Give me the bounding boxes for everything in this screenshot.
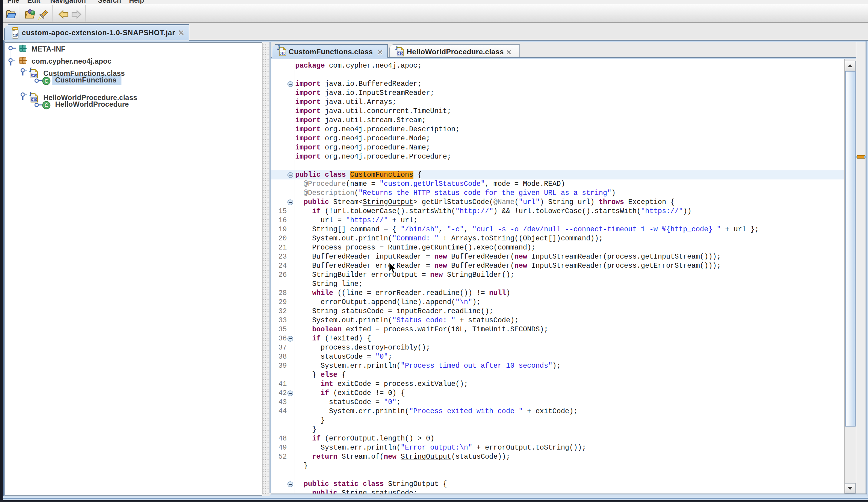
svg-text:C: C (44, 78, 48, 84)
svg-text:010: 010 (397, 51, 403, 56)
svg-text:J: J (277, 45, 280, 51)
svg-text:C: C (44, 102, 48, 108)
svg-text:010: 010 (31, 98, 37, 102)
svg-text:J: J (29, 91, 32, 97)
svg-text:010: 010 (31, 73, 37, 78)
svg-text:J: J (29, 67, 32, 73)
svg-text:010: 010 (280, 51, 286, 56)
svg-text:010: 010 (13, 33, 18, 37)
svg-text:J: J (395, 45, 398, 51)
